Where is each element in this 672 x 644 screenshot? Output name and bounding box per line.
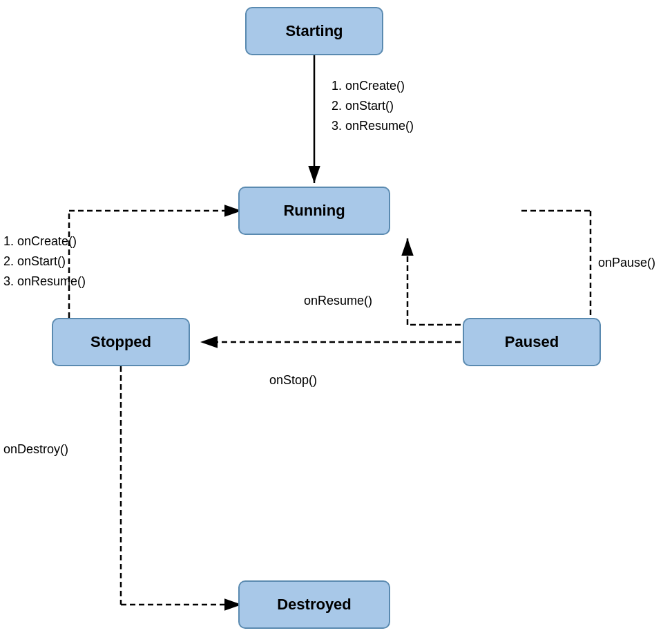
state-stopped: Stopped: [52, 318, 190, 366]
label-start-to-run: 1. onCreate()2. onStart()3. onResume(): [332, 76, 414, 135]
state-destroyed: Destroyed: [238, 580, 390, 629]
state-running: Running: [238, 187, 390, 235]
label-on-resume: onResume(): [304, 294, 372, 308]
label-on-destroy: onDestroy(): [3, 442, 68, 457]
label-on-pause: onPause(): [598, 256, 655, 270]
diagram-container: Starting Running Paused Stopped Destroye…: [0, 0, 672, 644]
label-stopped-to-run: 1. onCreate()2. onStart()3. onResume(): [3, 231, 86, 291]
label-on-stop: onStop(): [269, 373, 317, 388]
state-starting: Starting: [245, 7, 383, 55]
state-paused: Paused: [463, 318, 601, 366]
